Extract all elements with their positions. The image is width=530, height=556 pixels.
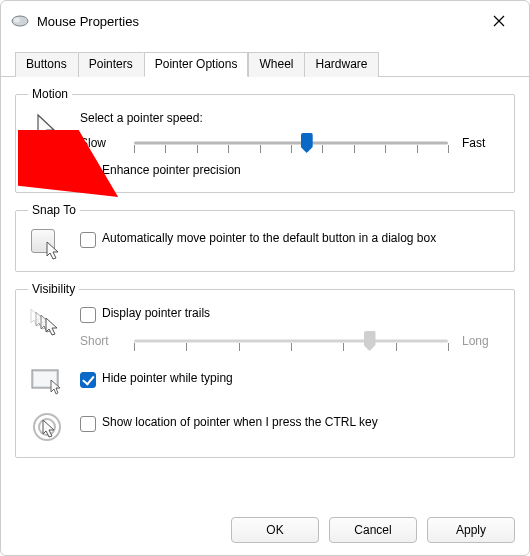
pointer-speed-label: Select a pointer speed: (80, 111, 502, 125)
ok-button[interactable]: OK (231, 517, 319, 543)
group-visibility: Visibility Display pointer trails (15, 282, 515, 458)
pointer-trails-slider (134, 329, 448, 353)
dialog-buttons: OK Cancel Apply (1, 509, 529, 555)
close-button[interactable] (479, 7, 519, 35)
ctrl-locate-checkbox[interactable] (80, 416, 96, 432)
enhance-precision-checkbox[interactable] (80, 164, 96, 180)
tab-content: Motion Select a pointer speed: Slow (1, 77, 529, 509)
speed-fast-label: Fast (462, 136, 502, 150)
trails-icon (28, 306, 68, 338)
mouse-icon (11, 14, 29, 28)
ctrl-locate-label: Show location of pointer when I press th… (102, 415, 502, 431)
snap-to-checkbox[interactable] (80, 232, 96, 248)
trails-short-label: Short (80, 334, 120, 348)
window-title: Mouse Properties (37, 14, 471, 29)
snap-to-label: Automatically move pointer to the defaul… (102, 231, 502, 247)
tab-buttons[interactable]: Buttons (15, 52, 78, 77)
snap-to-icon (28, 227, 68, 259)
titlebar: Mouse Properties (1, 1, 529, 41)
hide-pointer-label: Hide pointer while typing (102, 371, 502, 387)
svg-point-1 (14, 18, 20, 23)
tab-pointers[interactable]: Pointers (78, 52, 144, 77)
tab-wheel[interactable]: Wheel (248, 52, 304, 77)
group-motion: Motion Select a pointer speed: Slow (15, 87, 515, 193)
pointer-trails-label: Display pointer trails (102, 306, 502, 322)
pointer-speed-slider[interactable] (134, 131, 448, 155)
tab-hardware[interactable]: Hardware (304, 52, 378, 77)
motion-cursor-icon (28, 111, 68, 145)
trails-long-label: Long (462, 334, 502, 348)
close-icon (493, 15, 505, 27)
hide-pointer-icon (28, 367, 68, 395)
tab-row: Buttons Pointers Pointer Options Wheel H… (1, 51, 529, 77)
pointer-trails-checkbox[interactable] (80, 307, 96, 323)
group-motion-legend: Motion (28, 87, 72, 101)
cancel-button[interactable]: Cancel (329, 517, 417, 543)
mouse-properties-dialog: Mouse Properties Buttons Pointers Pointe… (0, 0, 530, 556)
group-visibility-legend: Visibility (28, 282, 79, 296)
hide-pointer-checkbox[interactable] (80, 372, 96, 388)
group-snap-to-legend: Snap To (28, 203, 80, 217)
ctrl-locate-icon (28, 409, 68, 445)
enhance-precision-label: Enhance pointer precision (102, 163, 502, 179)
tab-pointer-options[interactable]: Pointer Options (144, 52, 249, 77)
apply-button[interactable]: Apply (427, 517, 515, 543)
speed-slow-label: Slow (80, 136, 120, 150)
group-snap-to: Snap To Automatically move pointer to th… (15, 203, 515, 272)
